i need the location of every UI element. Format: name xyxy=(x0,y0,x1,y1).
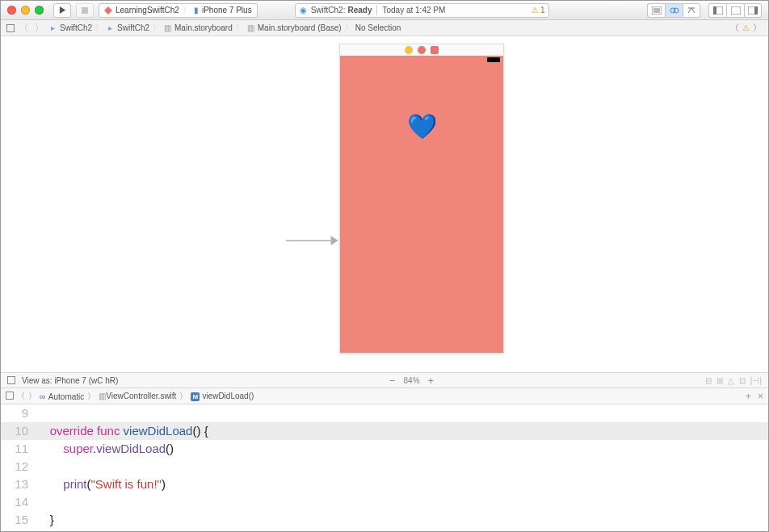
embed-button[interactable]: ⊡ xyxy=(739,376,746,385)
back-button[interactable]: 〈 xyxy=(18,22,30,34)
source-editor[interactable]: 910 override func viewDidLoad() {11 supe… xyxy=(1,404,768,529)
crumb-sep: 〉 xyxy=(236,23,243,33)
scheme-device-label: iPhone 7 Plus xyxy=(202,6,252,15)
minimize-window-button[interactable] xyxy=(21,6,30,15)
close-window-button[interactable] xyxy=(7,6,16,15)
storyboard-icon: ▥ xyxy=(163,23,172,32)
code-line[interactable]: 15 } xyxy=(1,511,768,529)
prev-issue-button[interactable]: 〈 xyxy=(729,22,741,34)
editor-mode-buttons xyxy=(647,3,762,18)
zoom-level-label: 84% xyxy=(404,376,420,385)
view-as-label[interactable]: View as: iPhone 7 (wC hR) xyxy=(22,376,118,385)
align-button[interactable]: ⊟ xyxy=(705,376,712,385)
jump-file[interactable]: ▥ViewController.swift xyxy=(99,392,176,400)
main-toolbar: LearningSwiftCh2 〉 ▮ iPhone 7 Plus ◉ Swi… xyxy=(1,1,768,20)
warning-count-label: 1 xyxy=(540,6,545,15)
warning-icon: ⚠ xyxy=(532,6,539,15)
file-icon: ▥ xyxy=(246,23,255,32)
crumb-project[interactable]: ▸SwiftCh2 xyxy=(48,23,92,32)
code-content[interactable]: override func viewDidLoad() { xyxy=(36,422,768,440)
crumb-sep: 〉 xyxy=(153,23,160,33)
stack-button[interactable]: |⊣| xyxy=(750,376,762,385)
line-number: 10 xyxy=(1,422,36,440)
code-line[interactable]: 14 xyxy=(1,493,768,511)
add-assistant-button[interactable]: + xyxy=(746,391,751,402)
code-line[interactable]: 13 print("Swift is fun!") xyxy=(1,475,768,493)
line-number: 9 xyxy=(1,404,36,422)
line-number: 11 xyxy=(1,440,36,458)
status-project-label: SwiftCh2: xyxy=(311,6,346,15)
svg-rect-14 xyxy=(754,6,758,15)
back-button[interactable]: 〈 xyxy=(17,391,25,402)
outline-toggle-icon[interactable] xyxy=(7,376,15,384)
scheme-target-label: LearningSwiftCh2 xyxy=(116,6,179,15)
crumb-base[interactable]: ▥Main.storyboard (Base) xyxy=(246,23,342,32)
status-time-label: Today at 1:42 PM xyxy=(382,6,445,15)
code-line[interactable]: 10 override func viewDidLoad() { xyxy=(1,422,768,440)
scheme-selector[interactable]: LearningSwiftCh2 〉 ▮ iPhone 7 Plus xyxy=(99,3,258,18)
code-content[interactable] xyxy=(36,493,768,511)
folder-icon: ▸ xyxy=(48,23,57,32)
scheme-separator: 〉 xyxy=(183,5,191,16)
status-divider xyxy=(376,6,377,15)
run-button[interactable] xyxy=(53,3,71,18)
exit-icon[interactable] xyxy=(431,46,439,54)
toggle-utilities-button[interactable] xyxy=(744,3,762,18)
code-content[interactable]: super.viewDidLoad() xyxy=(36,440,768,458)
code-line[interactable]: 12 xyxy=(1,458,768,475)
device-configuration-bar: View as: iPhone 7 (wC hR) − 84% + ⊟ ⊞ △ … xyxy=(1,372,768,388)
crumb-sep: 〉 xyxy=(87,391,95,402)
issues-indicator[interactable]: ⚠ 1 xyxy=(532,6,545,15)
zoom-window-button[interactable] xyxy=(35,6,44,15)
swift-file-icon: ▥ xyxy=(99,392,106,400)
line-number: 15 xyxy=(1,511,36,529)
device-icon: ▮ xyxy=(194,6,199,15)
crumb-selection[interactable]: No Selection xyxy=(355,23,401,32)
close-assistant-button[interactable]: × xyxy=(758,391,763,402)
crumb-sep: 〉 xyxy=(179,391,187,402)
svg-marker-0 xyxy=(59,6,65,14)
code-content[interactable]: } xyxy=(36,511,768,529)
activity-viewer[interactable]: ◉ SwiftCh2: Ready Today at 1:42 PM ⚠ 1 xyxy=(295,3,549,18)
root-view[interactable]: 💙 xyxy=(340,56,503,353)
crumb-sep: 〉 xyxy=(345,23,352,33)
view-controller-scene[interactable]: 💙 xyxy=(339,44,504,354)
warning-icon: ⚠ xyxy=(742,23,750,32)
initial-vc-arrow xyxy=(286,234,338,249)
next-issue-button[interactable]: 〉 xyxy=(751,22,763,34)
version-editor-button[interactable] xyxy=(683,3,700,18)
forward-button[interactable]: 〉 xyxy=(33,22,45,34)
resolve-button[interactable]: △ xyxy=(728,376,734,385)
crumb-sep: 〉 xyxy=(95,23,103,33)
toggle-debug-button[interactable] xyxy=(726,3,744,18)
line-number: 13 xyxy=(1,475,36,493)
related-items-icon[interactable] xyxy=(6,392,14,401)
method-icon: M xyxy=(191,392,200,401)
jump-method[interactable]: MviewDidLoad() xyxy=(191,392,254,401)
forward-button[interactable]: 〉 xyxy=(28,391,36,402)
code-content[interactable] xyxy=(36,404,768,422)
code-line[interactable]: 11 super.viewDidLoad() xyxy=(1,440,768,458)
zoom-in-button[interactable]: + xyxy=(428,375,435,387)
code-content[interactable] xyxy=(36,458,768,475)
app-icon xyxy=(104,6,112,15)
scene-header[interactable] xyxy=(340,44,503,56)
code-content[interactable]: print("Swift is fun!") xyxy=(36,475,768,493)
code-line[interactable]: 9 xyxy=(1,404,768,422)
pin-button[interactable]: ⊞ xyxy=(716,376,723,385)
heart-image-view[interactable]: 💙 xyxy=(407,112,437,140)
line-number: 12 xyxy=(1,458,36,475)
related-items-icon[interactable] xyxy=(6,23,15,32)
crumb-group[interactable]: ▸SwiftCh2 xyxy=(106,23,149,32)
vc-icon[interactable] xyxy=(405,46,413,54)
standard-editor-button[interactable] xyxy=(647,3,665,18)
toggle-navigator-button[interactable] xyxy=(708,3,726,18)
zoom-out-button[interactable]: − xyxy=(389,375,396,387)
first-responder-icon[interactable] xyxy=(418,46,426,54)
assistant-editor-button[interactable] xyxy=(665,3,683,18)
interface-builder-canvas[interactable]: 💙 xyxy=(1,36,768,372)
assistant-jump-bar: 〈 〉 ∞Automatic 〉 ▥ViewController.swift 〉… xyxy=(1,388,768,404)
crumb-storyboard[interactable]: ▥Main.storyboard xyxy=(163,23,233,32)
jump-mode[interactable]: ∞Automatic xyxy=(40,392,84,401)
stop-button[interactable] xyxy=(76,3,94,18)
